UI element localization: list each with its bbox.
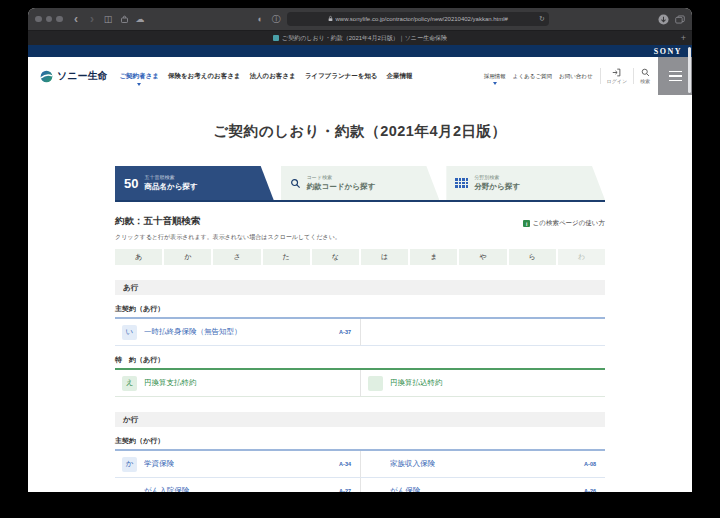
extension-info-icon[interactable]: ⓘ — [271, 15, 282, 24]
login-button[interactable]: ログイン — [600, 68, 633, 84]
sublabel-main-a: 主契約（あ行） — [115, 304, 605, 314]
webpage: SONY ソニー生命 ご契約者さま 保険をお考えのお客さま 法人のお客さま ライ… — [28, 45, 692, 492]
utility-nav: 採用情報 よくあるご質問 お問い合わせ — [484, 73, 593, 80]
table-cell: がん入院保険 A-27 — [115, 478, 360, 492]
product-link[interactable]: 一時払終身保険（無告知型） — [144, 327, 335, 337]
address-bar[interactable]: www.sonylife.co.jp/contractor/policy/new… — [287, 12, 549, 26]
kana-badge — [122, 484, 137, 493]
forward-button[interactable]: › — [87, 13, 98, 25]
tab-syllabary-search[interactable]: 50 五十音順検索 商品名から探す — [115, 166, 274, 200]
tab-code-search[interactable]: コード検索 約款コードから探す — [281, 166, 440, 200]
login-label: ログイン — [607, 78, 627, 84]
sublabel-rider-a: 特 約（あ行） — [115, 355, 605, 365]
product-link[interactable]: 学資保険 — [144, 459, 335, 469]
product-link[interactable]: 円換算払込特約 — [390, 378, 592, 388]
nav-item-lifeplanner[interactable]: ライフプランナーを知る — [305, 72, 378, 81]
kana-badge — [368, 457, 383, 472]
minimize-window-button[interactable] — [46, 16, 53, 23]
login-icon — [612, 68, 621, 77]
chevron-down-icon — [493, 82, 497, 85]
tab-title-text: ご契約のしおり・約款（2021年4月2日版）｜ソニー生命保険 — [282, 34, 447, 43]
bag-icon[interactable] — [119, 15, 130, 24]
back-button[interactable]: ‹ — [71, 13, 82, 25]
riders-table-a: え 円換算支払特約 円換算払込特約 — [115, 368, 605, 397]
table-cell-empty — [360, 319, 605, 346]
search-button[interactable]: 検索 — [633, 68, 656, 84]
menu-button[interactable] — [658, 57, 692, 95]
new-tab-button[interactable]: + — [681, 33, 686, 43]
kana-button-wa: わ — [558, 249, 605, 265]
table-cell: 円換算払込特約 — [360, 370, 605, 397]
util-item-recruit[interactable]: 採用情報 — [484, 73, 506, 80]
kana-badge — [368, 376, 383, 391]
product-code: A-27 — [339, 488, 353, 492]
kana-button-ta[interactable]: た — [263, 249, 310, 265]
kana-button-ka[interactable]: か — [164, 249, 211, 265]
product-code: A-34 — [339, 461, 353, 467]
chevron-down-icon — [137, 83, 141, 86]
sony-global-bar: SONY — [28, 45, 692, 57]
product-link[interactable]: 円換算支払特約 — [144, 378, 347, 388]
product-link[interactable]: がん保険 — [390, 486, 580, 492]
product-code: A-08 — [584, 461, 598, 467]
kana-badge — [368, 484, 383, 493]
header-right-group: 採用情報 よくあるご質問 お問い合わせ ログイン 検索 — [484, 68, 656, 84]
nav-item-corporate-customers[interactable]: 法人のお客さま — [250, 72, 296, 81]
kana-button-a[interactable]: あ — [115, 249, 162, 265]
nav-item-considering[interactable]: 保険をお考えのお客さま — [168, 72, 241, 81]
reload-icon[interactable]: ↻ — [539, 15, 545, 23]
icloud-tabs-icon[interactable]: ☁ — [135, 15, 146, 24]
sonylife-favicon — [273, 35, 279, 41]
tab-label: 約款コードから探す — [307, 182, 375, 192]
kana-badge: え — [122, 376, 137, 391]
browser-toolbar: ‹ › ◫ ☁ ◐ ⓘ www.sonylife.co.jp/contracto… — [28, 8, 692, 30]
tab-label: 分野から探す — [474, 182, 520, 192]
sonylife-logo[interactable]: ソニー生命 — [40, 69, 107, 83]
tab-category-search[interactable]: 分野別検索 分野から探す — [446, 166, 605, 200]
kana-button-ra[interactable]: ら — [509, 249, 556, 265]
row-header-a: あ行 — [115, 280, 605, 295]
page-title: ご契約のしおり・約款（2021年4月2日版） — [28, 95, 692, 141]
kana-button-na[interactable]: な — [312, 249, 359, 265]
nav-item-policyholders[interactable]: ご契約者さま — [119, 72, 158, 81]
tab-label: 商品名から探す — [144, 182, 197, 192]
grid-icon — [455, 178, 468, 188]
section-title: 約款：五十音順検索 — [115, 215, 201, 228]
kana-button-ha[interactable]: は — [361, 249, 408, 265]
main-contracts-table-ka: か 学資保険 A-34 家族収入保険 A-08 がん入院保険 A-27 がん保険 — [115, 449, 605, 492]
safari-window: ‹ › ◫ ☁ ◐ ⓘ www.sonylife.co.jp/contracto… — [28, 8, 692, 492]
tab-category: 五十音順検索 — [144, 174, 197, 180]
util-item-contact[interactable]: お問い合わせ — [559, 73, 593, 80]
zoom-window-button[interactable] — [56, 16, 63, 23]
menu-icon — [669, 71, 682, 73]
product-link[interactable]: がん入院保険 — [144, 486, 335, 492]
kana-button-ma[interactable]: ま — [410, 249, 457, 265]
sublabel-main-ka: 主契約（か行） — [115, 436, 605, 446]
scrollbar-thumb[interactable] — [688, 47, 691, 93]
brand-name: ソニー生命 — [57, 69, 107, 83]
help-link-label: この検索ページの使い方 — [533, 219, 605, 228]
nav-item-company[interactable]: 企業情報 — [387, 72, 413, 81]
url-text: www.sonylife.co.jp/contractor/policy/new… — [336, 16, 508, 22]
search-tabs: 50 五十音順検索 商品名から探す コード検索 約款コードから探す — [115, 166, 605, 202]
screenshot-canvas: { "colors": { "navy": "#0d3160", "active… — [0, 0, 720, 518]
downloads-icon[interactable] — [658, 14, 669, 25]
kana-button-sa[interactable]: さ — [213, 249, 260, 265]
table-cell: か 学資保険 A-34 — [115, 451, 360, 478]
lock-icon — [328, 15, 333, 23]
product-link[interactable]: 家族収入保険 — [390, 459, 580, 469]
site-header: ソニー生命 ご契約者さま 保険をお考えのお客さま 法人のお客さま ライフプランナ… — [28, 57, 692, 95]
privacy-shield-icon[interactable]: ◐ — [255, 15, 266, 24]
kana-badge: い — [122, 325, 137, 340]
help-link[interactable]: i この検索ページの使い方 — [523, 219, 605, 228]
sidebar-icon[interactable]: ◫ — [103, 15, 114, 24]
instruction-note: クリックすると行が表示されます。表示されない場合はスクロールしてください。 — [115, 233, 605, 242]
section-header-row: 約款：五十音順検索 i この検索ページの使い方 — [115, 215, 605, 228]
close-window-button[interactable] — [35, 16, 42, 23]
tab-overview-icon[interactable] — [674, 15, 685, 24]
util-item-faq[interactable]: よくあるご質問 — [513, 73, 552, 80]
kana-button-ya[interactable]: や — [459, 249, 506, 265]
sony-logo[interactable]: SONY — [654, 47, 682, 56]
window-controls — [35, 16, 63, 23]
active-tab[interactable]: ご契約のしおり・約款（2021年4月2日版）｜ソニー生命保険 — [273, 34, 447, 43]
